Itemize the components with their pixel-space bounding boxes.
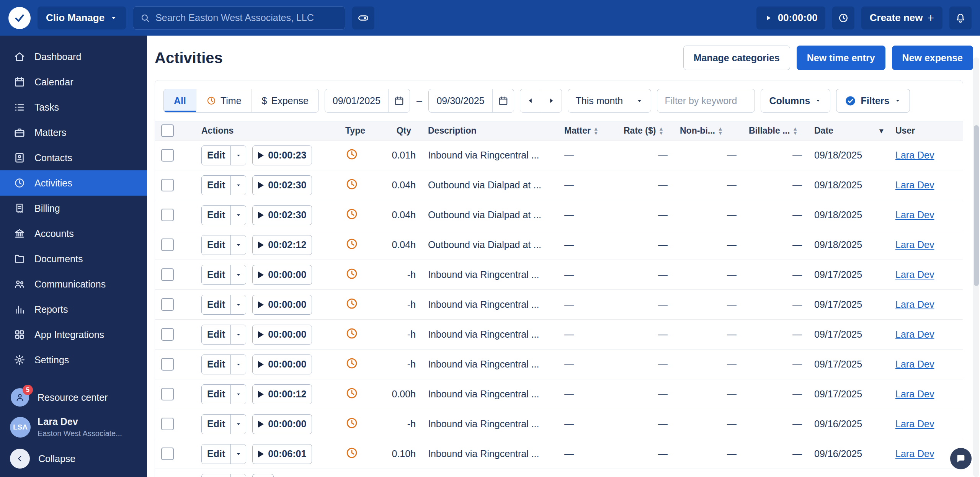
row-timer-button[interactable]: 00:00:00	[252, 414, 312, 434]
sidebar-collapse-button[interactable]: Collapse	[0, 443, 147, 471]
row-timer-button[interactable]: 00:02:30	[252, 175, 312, 195]
global-timer-button[interactable]: 00:00:00	[756, 7, 825, 29]
row-timer-button[interactable]: 00:06:01	[252, 444, 312, 464]
user-link[interactable]: Lara Dev	[895, 448, 934, 459]
row-timer-button[interactable]: 00:02:12	[252, 235, 312, 255]
row-checkbox[interactable]	[161, 179, 174, 191]
edit-dropdown-button[interactable]	[230, 235, 246, 255]
keyword-filter-input[interactable]	[657, 89, 755, 113]
row-timer-button[interactable]: 00:00:00	[252, 325, 312, 345]
row-timer-button[interactable]: 00:02:30	[252, 205, 312, 225]
sidebar-item-activities[interactable]: Activities	[0, 170, 147, 196]
edit-button[interactable]: Edit	[202, 325, 230, 344]
edit-dropdown-button[interactable]	[230, 325, 246, 344]
vertical-scrollbar[interactable]	[973, 57, 979, 477]
create-new-button[interactable]: Create new +	[861, 7, 942, 29]
edit-button[interactable]: Edit	[202, 474, 230, 477]
row-timer-button[interactable]	[252, 474, 274, 477]
filters-button[interactable]: Filters	[836, 89, 910, 113]
user-link[interactable]: Lara Dev	[895, 180, 934, 190]
row-timer-button[interactable]: 00:00:00	[252, 295, 312, 315]
row-checkbox[interactable]	[161, 268, 174, 281]
sidebar-item-billing[interactable]: Billing	[0, 196, 147, 221]
notifications-button[interactable]	[949, 7, 972, 29]
edit-button[interactable]: Edit	[202, 355, 230, 374]
user-menu[interactable]: LSA Lara Dev Easton West Associate...	[0, 412, 147, 443]
edit-button[interactable]: Edit	[202, 206, 230, 225]
clio-logo[interactable]	[8, 7, 31, 29]
global-search-input[interactable]	[155, 12, 338, 23]
resource-center-button[interactable]: 5 Resource center	[0, 383, 147, 412]
user-link[interactable]: Lara Dev	[895, 239, 934, 250]
edit-dropdown-button[interactable]	[230, 415, 246, 434]
edit-button[interactable]: Edit	[202, 385, 230, 404]
manage-categories-button[interactable]: Manage categories	[683, 46, 790, 70]
sidebar-item-settings[interactable]: Settings	[0, 347, 147, 372]
row-timer-button[interactable]: 00:00:23	[252, 145, 312, 165]
edit-button[interactable]: Edit	[202, 146, 230, 165]
date-to-value[interactable]: 09/30/2025	[429, 95, 492, 106]
edit-dropdown-button[interactable]	[230, 206, 246, 225]
date-from-calendar-button[interactable]	[388, 89, 410, 112]
new-time-entry-button[interactable]: New time entry	[797, 46, 885, 70]
col-header-billable[interactable]: Billable ...▴▾	[743, 121, 808, 140]
previous-period-button[interactable]	[520, 89, 541, 112]
row-checkbox[interactable]	[161, 298, 174, 311]
edit-dropdown-button[interactable]	[230, 146, 246, 165]
new-expense-button[interactable]: New expense	[892, 46, 973, 70]
edit-button[interactable]: Edit	[202, 235, 230, 255]
edit-dropdown-button[interactable]	[230, 474, 246, 477]
timers-list-button[interactable]	[832, 7, 854, 29]
col-header-date[interactable]: Date▾	[808, 121, 889, 140]
col-header-rate[interactable]: Rate ($)▴▾	[617, 121, 674, 140]
row-timer-button[interactable]: 00:00:00	[252, 354, 312, 374]
date-from-value[interactable]: 09/01/2025	[325, 95, 388, 106]
chat-fab-button[interactable]	[950, 448, 972, 469]
user-link[interactable]: Lara Dev	[895, 209, 934, 220]
row-checkbox[interactable]	[161, 209, 174, 221]
row-checkbox[interactable]	[161, 149, 174, 162]
row-checkbox[interactable]	[161, 388, 174, 400]
row-timer-button[interactable]: 00:00:12	[252, 384, 312, 404]
sidebar-item-matters[interactable]: Matters	[0, 120, 147, 145]
app-switcher-button[interactable]: Clio Manage	[38, 7, 126, 29]
user-link[interactable]: Lara Dev	[895, 150, 934, 160]
tab-expense[interactable]: $Expense	[252, 89, 318, 112]
edit-dropdown-button[interactable]	[230, 444, 246, 464]
row-checkbox[interactable]	[161, 448, 174, 460]
user-link[interactable]: Lara Dev	[895, 359, 934, 369]
edit-dropdown-button[interactable]	[230, 355, 246, 374]
sidebar-item-dashboard[interactable]: Dashboard	[0, 44, 147, 69]
sidebar-item-reports[interactable]: Reports	[0, 297, 147, 322]
edit-button[interactable]: Edit	[202, 444, 230, 464]
sidebar-item-communications[interactable]: Communications	[0, 271, 147, 297]
sidebar-item-app-integrations[interactable]: App Integrations	[0, 322, 147, 347]
edit-button[interactable]: Edit	[202, 295, 230, 314]
date-range-select[interactable]: This month	[568, 89, 651, 113]
edit-dropdown-button[interactable]	[230, 265, 246, 284]
edit-dropdown-button[interactable]	[230, 385, 246, 404]
tab-time[interactable]: Time	[196, 89, 252, 112]
user-link[interactable]: Lara Dev	[895, 299, 934, 310]
row-checkbox[interactable]	[161, 328, 174, 341]
sidebar-item-accounts[interactable]: Accounts	[0, 221, 147, 246]
select-all-checkbox[interactable]	[161, 124, 174, 137]
tab-all[interactable]: All	[164, 89, 196, 112]
row-checkbox[interactable]	[161, 418, 174, 430]
sidebar-item-calendar[interactable]: Calendar	[0, 69, 147, 95]
user-link[interactable]: Lara Dev	[895, 418, 934, 429]
columns-button[interactable]: Columns	[761, 89, 831, 113]
edit-dropdown-button[interactable]	[230, 295, 246, 314]
col-header-non-bi[interactable]: Non-bi...▴▾	[674, 121, 743, 140]
sidebar-item-documents[interactable]: Documents	[0, 246, 147, 271]
scrollbar-thumb[interactable]	[974, 125, 979, 286]
row-timer-button[interactable]: 00:00:00	[252, 265, 312, 285]
sidebar-item-contacts[interactable]: Contacts	[0, 145, 147, 170]
row-checkbox[interactable]	[161, 238, 174, 251]
user-link[interactable]: Lara Dev	[895, 269, 934, 280]
date-to-calendar-button[interactable]	[492, 89, 514, 112]
edit-button[interactable]: Edit	[202, 265, 230, 284]
user-link[interactable]: Lara Dev	[895, 389, 934, 399]
sidebar-item-tasks[interactable]: Tasks	[0, 95, 147, 120]
global-search[interactable]	[133, 7, 345, 29]
